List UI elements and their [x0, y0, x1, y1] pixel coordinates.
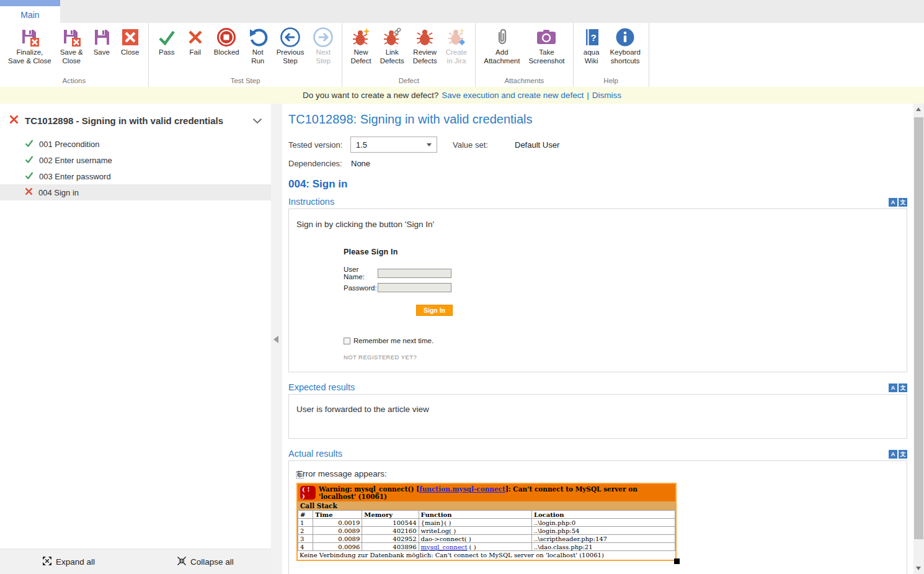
translate-lang-icon: 文	[899, 450, 907, 459]
username-field	[378, 269, 451, 278]
create-in-jira-button[interactable]: Create in Jira	[442, 25, 472, 66]
take-screenshot-button[interactable]: Take Screenshot	[524, 25, 569, 66]
info-icon	[615, 27, 636, 48]
check-icon	[157, 27, 177, 48]
tested-version-label: Tested version:	[288, 140, 350, 150]
not-run-button[interactable]: Not Run	[244, 25, 272, 66]
keyboard-shortcuts-button[interactable]: Keyboard shortcuts	[606, 25, 645, 66]
translate-a-icon: A	[889, 383, 897, 392]
current-step-heading: 004: Sign in	[288, 178, 907, 191]
table-row: 20.0089 402160writeLog( ) ..\login.php:5…	[298, 527, 675, 535]
step-label: 004 Sign in	[38, 188, 79, 197]
new-defect-button[interactable]: New Defect	[346, 25, 375, 66]
password-label: Password:	[344, 284, 376, 292]
paperclip-icon	[492, 27, 512, 48]
col-header: Memory	[362, 511, 419, 519]
col-header: Location	[531, 511, 675, 519]
instructions-text: Sign in by clicking the button 'Sign In'	[296, 220, 899, 229]
sidebar-test-case-header[interactable]: TC1012898 - Signing in with valid creden…	[0, 104, 271, 136]
table-row: 40.0096 403896 mysql_connect ( ) ..\dao.…	[298, 543, 675, 551]
arrow-left-circle-icon	[280, 27, 301, 48]
bug-jira-icon	[446, 27, 466, 48]
translate-button[interactable]: A 文	[889, 450, 907, 459]
bug-link-icon	[382, 27, 402, 48]
dropdown-caret-icon	[427, 143, 432, 146]
step-label: 001 Precondition	[39, 140, 100, 149]
remember-me-checkbox	[344, 338, 350, 344]
col-header: #	[298, 511, 313, 519]
call-stack-table: # Time Memory Function Location 10.0019 …	[298, 510, 675, 551]
finalize-save-close-button[interactable]: Finalize, Save & Close	[4, 25, 56, 66]
blocked-button[interactable]: Blocked	[210, 25, 244, 58]
translate-lang-icon: 文	[899, 383, 907, 392]
close-icon	[120, 27, 140, 48]
save-and-close-button[interactable]: Save & Close	[56, 25, 87, 66]
check-icon	[25, 156, 33, 165]
actual-results-text: Error message appears:	[297, 469, 387, 478]
translate-a-icon: A	[889, 450, 897, 459]
ribbon-group-label: Test Step	[153, 76, 339, 87]
dependencies-value: None	[351, 159, 370, 168]
collapse-sidebar-arrow-icon[interactable]	[273, 336, 278, 343]
vertical-scrollbar[interactable]	[913, 104, 924, 574]
image-resize-handle[interactable]	[674, 558, 680, 564]
mysql-connect-doc-link: function.mysql-connect	[419, 485, 505, 493]
sidebar-splitter[interactable]	[271, 104, 282, 574]
expand-all-button[interactable]: Expand all	[43, 557, 95, 567]
username-label: User Name:	[344, 266, 376, 280]
pass-button[interactable]: Pass	[153, 25, 181, 58]
sidebar-step-002-enter-username[interactable]: 002 Enter username	[0, 152, 271, 168]
save-close-icon	[61, 27, 81, 48]
table-row: 30.0089 402952dao->connect( ) ..\scripth…	[298, 535, 675, 543]
error-footer-text: Keine Verbindung zur Datenbank möglich: …	[298, 551, 675, 560]
save-and-create-defect-link[interactable]: Save execution and create new defect	[442, 91, 584, 100]
link-defects-button[interactable]: Link Defects	[376, 25, 409, 66]
sidebar-step-004-sign-in[interactable]: 004 Sign in	[0, 184, 271, 200]
sidebar-step-001-precondition[interactable]: 001 Precondition	[0, 136, 271, 152]
add-attachment-button[interactable]: Add Attachment	[479, 25, 524, 66]
scrollbar-thumb[interactable]	[914, 117, 923, 539]
col-header: Function	[419, 511, 531, 519]
previous-step-button[interactable]: Previous Step	[272, 25, 309, 66]
close-button[interactable]: Close	[116, 25, 144, 58]
expected-results-box[interactable]: User is forwarded to the article view	[288, 394, 907, 439]
arrow-right-circle-icon	[313, 27, 334, 48]
dismiss-link[interactable]: Dismiss	[592, 91, 621, 100]
value-set-label: Value set:	[453, 140, 515, 150]
actual-results-text-line: Error message appears:	[296, 469, 899, 478]
actual-results-box[interactable]: Error message appears: ( ! ) Warning: my…	[288, 460, 907, 574]
translate-lang-icon: 文	[899, 198, 907, 207]
ribbon-group-attachments: Add Attachment Take Screenshot Attachmen…	[476, 23, 573, 87]
translate-button[interactable]: A 文	[889, 198, 907, 207]
undo-arrow-icon	[248, 27, 268, 48]
scroll-up-arrow-icon[interactable]	[916, 107, 921, 111]
aqua-wiki-button[interactable]: ? aqua Wiki	[577, 25, 606, 66]
error-screenshot-image[interactable]: ( ! ) Warning: mysql_connect() [function…	[296, 483, 677, 561]
review-defects-button[interactable]: Review Defects	[409, 25, 442, 66]
ribbon-group-label: Defect	[346, 76, 471, 87]
mysql-warning-banner: ( ! ) Warning: mysql_connect() [function…	[298, 484, 675, 501]
translate-button[interactable]: A 文	[889, 383, 907, 392]
tested-version-dropdown[interactable]: 1.5	[350, 137, 437, 153]
sidebar-footer: Expand all Collapse all	[0, 549, 271, 574]
instructions-box: Sign in by clicking the button 'Sign In'…	[288, 209, 907, 372]
notification-separator: |	[587, 91, 589, 100]
test-steps-sidebar: TC1012898 - Signing in with valid creden…	[0, 104, 271, 574]
scroll-down-arrow-icon[interactable]	[916, 567, 921, 570]
next-step-button[interactable]: Next Step	[308, 25, 338, 66]
step-label: 003 Enter password	[39, 172, 111, 181]
camera-icon	[536, 27, 557, 48]
table-row: 10.0019 100544{main}( ) ..\login.php:0	[298, 519, 675, 527]
collapse-arrows-icon	[177, 557, 186, 567]
not-registered-text: NOT REGISTERED YET?	[344, 354, 505, 361]
ribbon-group-label: Help	[577, 76, 645, 87]
col-header: Time	[313, 511, 362, 519]
chevron-down-icon[interactable]	[252, 115, 262, 127]
tab-main[interactable]: Main	[0, 0, 60, 23]
save-button[interactable]: Save	[87, 25, 116, 58]
sidebar-step-003-enter-password[interactable]: 003 Enter password	[0, 168, 271, 184]
collapse-all-button[interactable]: Collapse all	[177, 557, 234, 567]
sign-in-button: Sign In	[416, 305, 453, 316]
fail-button[interactable]: Fail	[181, 25, 210, 58]
signin-form-screenshot[interactable]: Please Sign In User Name: Password: Sign…	[344, 248, 505, 361]
